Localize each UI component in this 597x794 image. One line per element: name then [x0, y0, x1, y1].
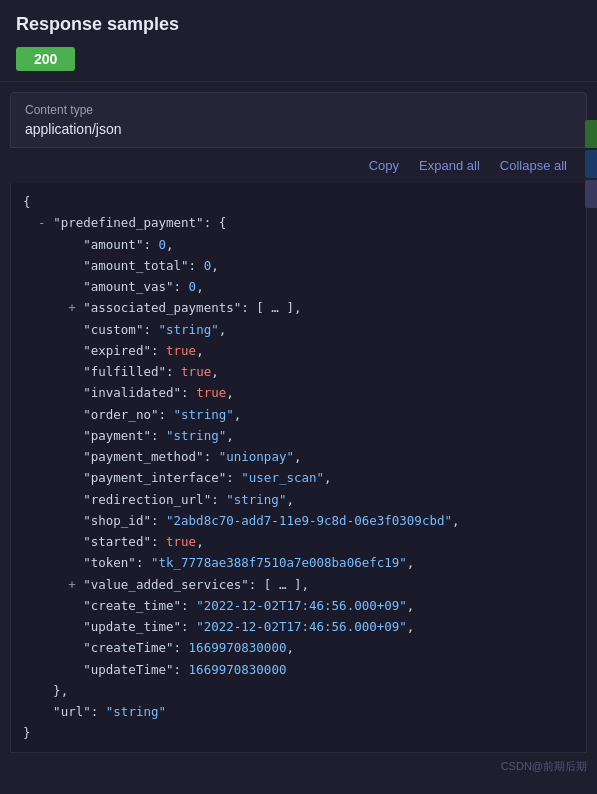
json-container: { - "predefined_payment": { "amount": 0,… [10, 183, 587, 753]
sidebar-tab-blue[interactable] [585, 150, 597, 178]
json-line-order-no: "order_no": "string", [23, 404, 574, 425]
content-type-section: Content type application/json [10, 92, 587, 148]
tab-200[interactable]: 200 [16, 47, 75, 71]
json-line-create-time: "create_time": "2022-12-02T17:46:56.000+… [23, 595, 574, 616]
json-line-amount-total: "amount_total": 0, [23, 255, 574, 276]
json-line-token: "token": "tk_7778ae388f7510a7e008ba06efc… [23, 552, 574, 573]
json-line-payment-interface: "payment_interface": "user_scan", [23, 467, 574, 488]
json-toolbar: Copy Expand all Collapse all [10, 148, 587, 183]
json-line-expired: "expired": true, [23, 340, 574, 361]
json-line-amount: "amount": 0, [23, 234, 574, 255]
sidebar-tab-default[interactable] [585, 180, 597, 208]
sidebar-tab-green[interactable] [585, 120, 597, 148]
right-sidebar [585, 120, 597, 208]
json-line-close-inner: }, [23, 680, 574, 701]
json-line-invalidated: "invalidated": true, [23, 382, 574, 403]
header: Response samples 200 [0, 0, 597, 82]
json-line-payment-method: "payment_method": "unionpay", [23, 446, 574, 467]
json-line-custom: "custom": "string", [23, 319, 574, 340]
json-line-payment: "payment": "string", [23, 425, 574, 446]
collapse-all-button[interactable]: Collapse all [496, 156, 571, 175]
json-line-redirection-url: "redirection_url": "string", [23, 489, 574, 510]
json-line-open-brace: { [23, 191, 574, 212]
json-line-predefined: - "predefined_payment": { [23, 212, 574, 233]
json-line-started: "started": true, [23, 531, 574, 552]
watermark: CSDN@前期后期 [501, 759, 587, 774]
json-line-shop-id: "shop_id": "2abd8c70-add7-11e9-9c8d-06e3… [23, 510, 574, 531]
json-line-create-time-ms: "createTime": 1669970830000, [23, 637, 574, 658]
json-line-fulfilled: "fulfilled": true, [23, 361, 574, 382]
json-line-url: "url": "string" [23, 701, 574, 722]
json-line-associated: + "associated_payments": [ … ], [23, 297, 574, 318]
page-container: Response samples 200 Content type applic… [0, 0, 597, 794]
content-type-label: Content type [25, 103, 572, 117]
page-title: Response samples [16, 14, 581, 35]
json-line-update-time: "update_time": "2022-12-02T17:46:56.000+… [23, 616, 574, 637]
json-line-close-brace: } [23, 722, 574, 743]
copy-button[interactable]: Copy [365, 156, 403, 175]
content-type-value: application/json [25, 121, 572, 137]
json-line-amount-vas: "amount_vas": 0, [23, 276, 574, 297]
expand-all-button[interactable]: Expand all [415, 156, 484, 175]
json-line-update-time-ms: "updateTime": 1669970830000 [23, 659, 574, 680]
json-line-value-added: + "value_added_services": [ … ], [23, 574, 574, 595]
